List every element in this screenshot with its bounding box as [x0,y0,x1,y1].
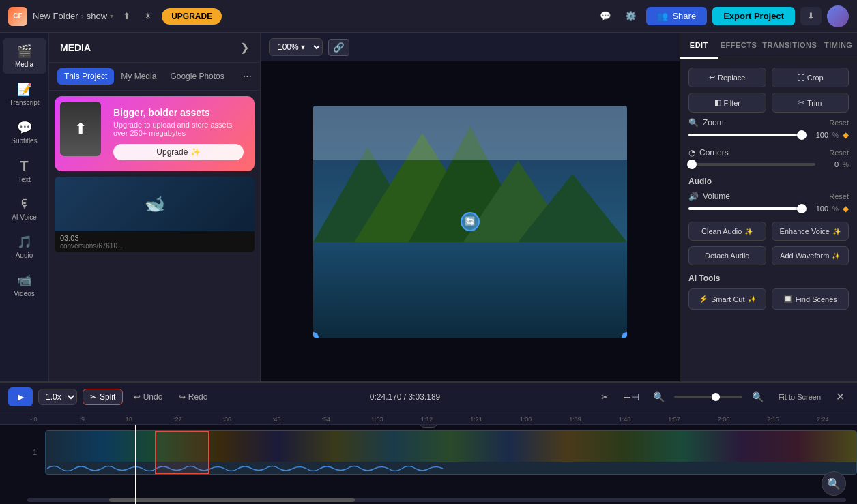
download-button[interactable]: ⬇ [800,7,822,25]
lock-aspect-button[interactable]: 🔗 [328,39,349,56]
subtitles-icon: 💬 [17,120,32,135]
replace-button[interactable]: ↩ Replace [688,68,766,87]
upgrade-card-description: Upgrade to upload and store assets over … [113,121,244,137]
fit-to-screen-button[interactable]: Fit to Screen [773,391,826,402]
timeline-more-button[interactable]: ··· [420,425,437,428]
zoom-select[interactable]: 100% ▾ 50% 75% Fit [269,38,323,56]
zoom-slider[interactable] [674,396,742,398]
zoom-icon: 🔍 [688,118,699,128]
tab-effects[interactable]: EFFECTS [718,33,760,59]
share-button[interactable]: 👥 Share [646,7,707,25]
smart-cut-button[interactable]: ⚡ Smart Cut ✨ [688,288,766,310]
preview-refresh-icon[interactable]: 🔄 [461,212,480,231]
timeline-scrollbar[interactable] [27,498,846,502]
media-more-button[interactable]: ··· [243,70,252,83]
ruler-mark-224: 2:24 [817,416,829,423]
export-button[interactable]: Export Project [712,7,795,25]
sidebar-item-text[interactable]: T Text [3,153,46,189]
enhance-voice-button[interactable]: Enhance Voice ✨ [772,222,849,241]
timeline-trim-icon[interactable]: ⊢⊣ [619,390,643,404]
project-name[interactable]: show [87,11,107,21]
transcript-icon: 📝 [17,82,32,97]
folder-name[interactable]: New Folder [33,11,78,21]
volume-slider-track[interactable] [688,207,805,210]
preview-area: 100% ▾ 50% 75% Fit 🔗 [261,33,680,381]
tab-edit[interactable]: EDIT [680,33,718,59]
tab-my-media[interactable]: My Media [114,68,163,85]
settings-button[interactable]: ⚙️ [621,7,641,25]
speed-select[interactable]: 1.0x 0.5x 1.5x 2.0x [38,389,77,405]
crop-icon: ⛶ [797,74,804,82]
thumbnail-info: 03:03 conversions/67610... [55,231,255,252]
sidebar-item-ai-voice[interactable]: 🎙 AI Voice [3,192,46,226]
trim-button[interactable]: ✂ Trim [772,93,849,113]
detach-audio-button[interactable]: Detach Audio [688,246,766,265]
timeline-cut-icon[interactable]: ✂ [597,390,613,404]
message-button[interactable]: 💬 [596,7,615,25]
track-number: 1 [25,448,45,456]
enhance-voice-sparkle-icon: ✨ [832,228,841,235]
upgrade-card: ⬆ Bigger, bolder assets Upgrade to uploa… [55,96,255,171]
zoom-slider-track[interactable] [688,134,805,136]
right-panel-tabs: EDIT EFFECTS TRANSITIONS TIMING [680,33,857,59]
upload-button[interactable]: ⬆ [119,7,134,25]
corners-reset-button[interactable]: Reset [829,149,849,157]
right-panel-content: ↩ Replace ⛶ Crop ◧ Filter ✂ Trim [680,59,857,381]
sidebar-item-videos[interactable]: 📹 Videos [3,267,46,303]
upgrade-button[interactable]: UPGRADE [162,8,222,25]
media-panel: MEDIA ❯ This Project My Media Google Pho… [49,33,261,381]
play-button[interactable]: ▶ [8,387,33,406]
zoom-in-button[interactable]: 🔍 [748,390,768,404]
download-icon: ⬇ [807,11,815,21]
sidebar-item-subtitles[interactable]: 💬 Subtitles [3,115,46,150]
gear-icon: ⚙️ [625,11,637,21]
timeline-close-button[interactable]: ✕ [832,389,849,404]
ruler-mark-139: 1:39 [569,416,581,423]
media-thumbnail[interactable]: 🐋 03:03 conversions/67610... [55,177,255,252]
undo-button[interactable]: ↩ Undo [128,389,168,404]
sidebar-item-audio[interactable]: 🎵 Audio [3,229,46,265]
volume-keyframe-button[interactable]: ◆ [843,204,849,213]
filter-button[interactable]: ◧ Filter [688,93,766,113]
play-icon: ▶ [18,392,24,402]
volume-value: 100 [809,205,828,213]
ruler-mark-9: :9 [80,416,85,423]
collapse-button[interactable]: ❯ [240,41,249,54]
message-icon: 💬 [600,11,611,21]
crop-button[interactable]: ⛶ Crop [772,68,849,87]
track-content-1[interactable]: // Generate waveform bars inline [45,430,857,475]
add-waveform-button[interactable]: Add Waveform ✨ [772,246,849,265]
zoom-keyframe-button[interactable]: ◆ [843,130,849,140]
upgrade-card-button[interactable]: Upgrade ✨ [113,144,244,160]
sidebar-label-ai-voice: AI Voice [12,213,37,221]
preview-toolbar: 100% ▾ 50% 75% Fit 🔗 [261,33,680,61]
tab-this-project[interactable]: This Project [57,68,114,85]
volume-reset-button[interactable]: Reset [829,192,849,201]
timeline-time: 0:24.170 / 3:03.189 [370,392,440,402]
find-scenes-button[interactable]: 🔲 Find Scenes [772,288,849,310]
timeline-area: ▶ 1.0x 0.5x 1.5x 2.0x ✂ Split ↩ Undo ↪ R… [0,381,857,504]
ruler-mark-148: 1:48 [619,416,631,423]
share-icon: 👥 [657,11,668,21]
upgrade-card-content: Bigger, bolder assets Upgrade to upload … [113,107,244,160]
tab-google-photos[interactable]: Google Photos [163,68,231,85]
zoom-out-button[interactable]: 🔍 [649,390,669,404]
search-overlay-button[interactable]: 🔍 [822,471,846,496]
scrollbar-thumb[interactable] [109,498,355,502]
project-dropdown-icon[interactable]: ▾ [110,12,113,20]
timeline-zoom-controls: ✂ ⊢⊣ 🔍 🔍 Fit to Screen ✕ [597,389,849,404]
corners-slider-track[interactable] [688,163,815,166]
sidebar-item-media[interactable]: 🎬 Media [3,38,46,74]
clean-audio-button[interactable]: Clean Audio ✨ [688,222,766,241]
ruler-mark-112: 1:12 [421,416,433,423]
user-avatar[interactable] [827,5,849,27]
sidebar-item-transcript[interactable]: 📝 Transcript [3,76,46,112]
brightness-button[interactable]: ☀ [140,7,156,25]
redo-button[interactable]: ↪ Redo [173,389,213,404]
tab-timing[interactable]: TIMING [819,33,857,59]
tab-transitions[interactable]: TRANSITIONS [759,33,819,59]
corners-slider-row: ◔ Corners Reset 0 % [688,148,849,168]
split-button[interactable]: ✂ Split [83,389,123,405]
zoom-reset-button[interactable]: Reset [829,119,849,127]
ruler-mark-18: 18 [126,416,132,423]
